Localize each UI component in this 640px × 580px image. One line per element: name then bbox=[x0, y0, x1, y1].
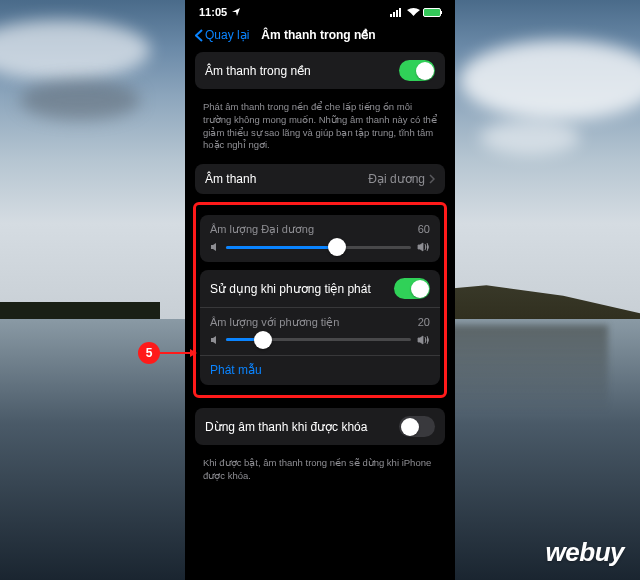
location-icon bbox=[231, 7, 241, 17]
svg-rect-3 bbox=[399, 8, 401, 17]
svg-rect-2 bbox=[396, 10, 398, 17]
lock-label: Dừng âm thanh khi được khóa bbox=[205, 420, 367, 434]
sound-value: Đại dương bbox=[368, 172, 425, 186]
battery-icon bbox=[423, 8, 441, 17]
background-sound-footer: Phát âm thanh trong nền để che lấp tiếng… bbox=[185, 97, 455, 164]
signal-icon bbox=[390, 8, 404, 17]
nav-bar: Quay lại Âm thanh trong nền bbox=[185, 22, 455, 52]
page-title: Âm thanh trong nền bbox=[261, 28, 375, 42]
wifi-icon bbox=[407, 8, 420, 17]
media-volume-label: Âm lượng với phương tiện bbox=[210, 316, 339, 329]
annotation-arrow bbox=[160, 352, 196, 354]
volume-low-icon bbox=[210, 335, 220, 345]
sound-row[interactable]: Âm thanh Đại dương bbox=[195, 164, 445, 194]
sound-label: Âm thanh bbox=[205, 172, 256, 186]
volume-high-icon bbox=[417, 335, 430, 345]
chevron-left-icon bbox=[195, 29, 203, 42]
sound-select-group: Âm thanh Đại dương bbox=[195, 164, 445, 194]
back-label: Quay lại bbox=[205, 28, 249, 42]
volume-label: Âm lượng Đại dương bbox=[210, 223, 314, 236]
background-sound-toggle[interactable] bbox=[399, 60, 435, 81]
toggle-label: Âm thanh trong nền bbox=[205, 64, 311, 78]
play-sample-button[interactable]: Phát mẫu bbox=[200, 355, 440, 385]
volume-group: Âm lượng Đại dương 60 bbox=[200, 215, 440, 262]
media-volume-value: 20 bbox=[418, 316, 430, 329]
lock-footer: Khi được bật, âm thanh trong nền sẽ dừng… bbox=[185, 453, 455, 495]
volume-low-icon bbox=[210, 242, 220, 252]
media-toggle-label: Sử dụng khi phương tiện phát bbox=[210, 282, 371, 296]
volume-high-icon bbox=[417, 242, 430, 252]
status-time: 11:05 bbox=[199, 6, 227, 18]
svg-rect-0 bbox=[390, 14, 392, 17]
media-group: Sử dụng khi phương tiện phát Âm lượng vớ… bbox=[200, 270, 440, 385]
volume-value: 60 bbox=[418, 223, 430, 236]
background-sound-row[interactable]: Âm thanh trong nền bbox=[195, 52, 445, 89]
phone-frame: 11:05 Quay lại Âm thanh trong nền Âm tha… bbox=[185, 0, 455, 580]
highlighted-section: Âm lượng Đại dương 60 Sử dụng khi phương… bbox=[193, 202, 447, 398]
chevron-right-icon bbox=[429, 174, 435, 184]
back-button[interactable]: Quay lại bbox=[195, 28, 249, 42]
media-volume-slider[interactable] bbox=[226, 338, 411, 341]
svg-rect-1 bbox=[393, 12, 395, 17]
lock-group: Dừng âm thanh khi được khóa bbox=[195, 408, 445, 445]
annotation-badge: 5 bbox=[138, 342, 160, 364]
lock-toggle[interactable] bbox=[399, 416, 435, 437]
media-toggle[interactable] bbox=[394, 278, 430, 299]
background-sound-toggle-group: Âm thanh trong nền bbox=[195, 52, 445, 89]
annotation-callout: 5 bbox=[138, 342, 196, 364]
media-toggle-row[interactable]: Sử dụng khi phương tiện phát bbox=[200, 270, 440, 307]
lock-row[interactable]: Dừng âm thanh khi được khóa bbox=[195, 408, 445, 445]
watermark: webuy bbox=[546, 537, 624, 568]
status-bar: 11:05 bbox=[185, 0, 455, 22]
volume-slider[interactable] bbox=[226, 246, 411, 249]
